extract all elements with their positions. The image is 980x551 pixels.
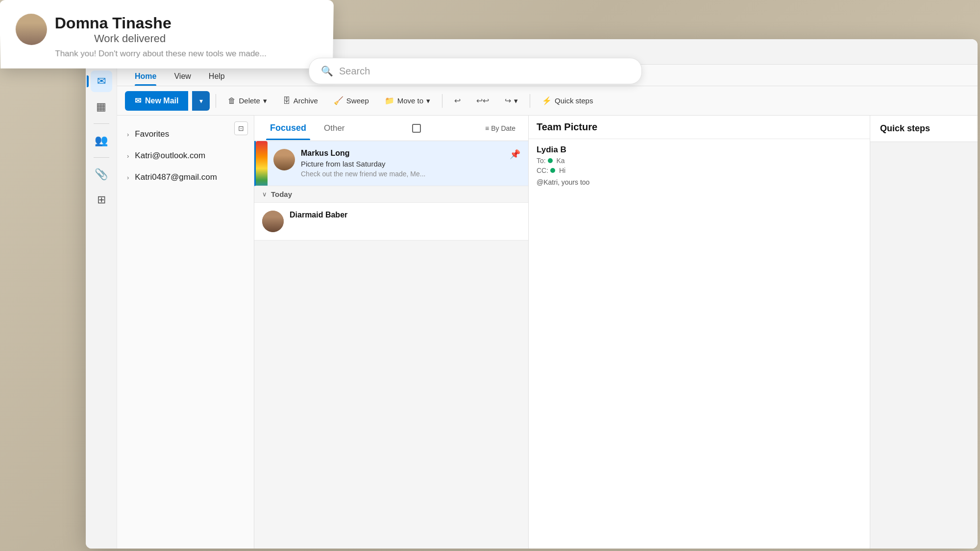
quick-steps-panel: Quick steps — [870, 116, 978, 549]
lydia-info: Lydia B To: Ka CC: Hi @Katri, yours t — [529, 139, 870, 194]
reply-icon: ↩ — [454, 96, 461, 105]
delete-dropdown-icon: ▾ — [263, 96, 267, 105]
forward-dropdown-icon: ▾ — [514, 96, 518, 105]
move-to-button[interactable]: 📁 Move to ▾ — [379, 92, 436, 110]
collapse-icon: ⊡ — [238, 124, 244, 132]
cc-name: Hi — [559, 167, 565, 174]
toolbar-separator-2 — [442, 94, 442, 108]
chevron-right-icon-2: › — [127, 152, 129, 160]
icon-sidebar: ✉ ▦ 👥 📎 ⊞ — [86, 65, 117, 549]
sort-icon: ≡ — [485, 124, 489, 132]
delete-button[interactable]: 🗑 Delete ▾ — [222, 92, 272, 110]
sidebar-divider — [94, 123, 109, 124]
reply-button[interactable]: ↩ — [448, 92, 466, 110]
chevron-right-icon: › — [127, 131, 129, 138]
quick-steps-button[interactable]: ⚡ Quick steps — [536, 92, 599, 110]
today-chevron-icon: ∨ — [262, 191, 267, 198]
reading-body: @Katri, yours too — [537, 178, 862, 186]
sweep-icon: 🧹 — [334, 96, 343, 105]
filter-select-button[interactable] — [407, 121, 426, 136]
archive-button[interactable]: 🗄 Archive — [277, 92, 324, 110]
cc-label: CC: — [537, 167, 548, 174]
toolbar: ✉ New Mail ▾ 🗑 Delete ▾ 🗄 Archive 🧹 — [117, 86, 978, 116]
reply-all-button[interactable]: ↩↩ — [470, 92, 495, 110]
panels: ⊡ › Favorites › Katri@outlook.com › Katr… — [117, 116, 978, 549]
sidebar-icon-calendar[interactable]: ▦ — [91, 96, 112, 118]
tab-focused[interactable]: Focused — [262, 116, 314, 140]
toolbar-separator-1 — [216, 94, 216, 108]
chevron-down-icon: ▾ — [199, 97, 203, 105]
sidebar-icon-mail[interactable]: ✉ — [91, 71, 112, 92]
floating-sender-name: Domna Tinashe — [55, 14, 172, 32]
folder-item-outlook[interactable]: › Katri@outlook.com — [117, 145, 254, 167]
reading-cc-line: CC: Hi — [537, 167, 862, 174]
lightning-icon: ⚡ — [542, 96, 552, 105]
folder-panel: ⊡ › Favorites › Katri@outlook.com › Katr… — [117, 116, 254, 549]
checkbox-icon — [412, 124, 421, 133]
menu-help[interactable]: Help — [201, 68, 233, 86]
email-content-markus: Markus Long Picture from last Saturday C… — [301, 149, 504, 178]
search-icon: 🔍 — [321, 65, 333, 77]
email-item-diarmaid[interactable]: Diarmaid Baber — [254, 203, 528, 240]
reply-all-icon: ↩↩ — [476, 96, 489, 105]
paperclip-icon: 📎 — [95, 168, 108, 181]
chevron-right-icon-3: › — [127, 174, 129, 181]
sort-by-date-button[interactable]: ≡ By Date — [480, 121, 520, 135]
move-dropdown-icon: ▾ — [426, 96, 430, 105]
trash-icon: 🗑 — [228, 96, 236, 105]
folder-item-gmail[interactable]: › Katri0487@gmail.com — [117, 167, 254, 188]
mail-tabs: Focused Other ≡ By Date — [254, 116, 528, 141]
email-item-markus[interactable]: Markus Long Picture from last Saturday C… — [254, 141, 528, 186]
outlook-window: O Outlook ✉ ▦ 👥 📎 ⊞ — [86, 39, 978, 549]
email-sender-markus: Markus Long — [301, 149, 504, 158]
mail-icon: ✉ — [97, 75, 106, 88]
floating-subject: Work delivered — [94, 32, 172, 45]
move-icon: 📁 — [385, 96, 394, 105]
new-mail-dropdown-button[interactable]: ▾ — [192, 91, 210, 111]
to-green-dot — [548, 158, 553, 163]
sidebar-icon-people[interactable]: 👥 — [91, 130, 112, 151]
menu-home[interactable]: Home — [127, 68, 164, 86]
search-bar[interactable]: 🔍 Search — [309, 58, 642, 84]
collapse-sidebar-button[interactable]: ⊡ — [234, 121, 248, 135]
people-icon: 👥 — [95, 134, 108, 147]
email-sender-diarmaid: Diarmaid Baber — [290, 211, 520, 219]
cc-green-dot — [550, 168, 555, 173]
today-label: Today — [271, 190, 292, 198]
today-divider[interactable]: ∨ Today — [254, 186, 528, 203]
reading-pane: Team Picture Lydia B To: Ka CC — [529, 116, 870, 549]
email-content-diarmaid: Diarmaid Baber — [290, 211, 520, 232]
folder-item-favorites[interactable]: › Favorites — [117, 123, 254, 145]
team-picture-header: Team Picture — [529, 116, 870, 139]
sidebar-icon-apps[interactable]: ⊞ — [91, 189, 112, 211]
toolbar-separator-3 — [530, 94, 530, 108]
to-name: Ka — [556, 157, 564, 165]
archive-icon: 🗄 — [283, 96, 291, 105]
quick-steps-title: Quick steps — [870, 116, 978, 142]
floating-body: Thank you! Don't worry about these new t… — [55, 49, 317, 59]
mail-list-panel: Focused Other ≡ By Date — [254, 116, 529, 549]
color-strip — [256, 141, 268, 186]
new-mail-button[interactable]: ✉ New Mail — [125, 91, 188, 111]
apps-icon: ⊞ — [97, 193, 106, 206]
email-avatar-markus — [273, 149, 295, 170]
content-area: Home View Help ✉ New Mail ▾ 🗑 Delete ▾ — [117, 65, 978, 549]
email-avatar-diarmaid — [262, 211, 284, 232]
sidebar-icon-notes[interactable]: 📎 — [91, 164, 112, 185]
reading-pane-title: Team Picture — [537, 121, 862, 133]
menu-view[interactable]: View — [166, 68, 198, 86]
pin-icon: 📌 — [510, 149, 520, 178]
email-preview-markus: Check out the new friend we made, Me... — [301, 170, 504, 178]
forward-button[interactable]: ↪ ▾ — [499, 92, 524, 110]
envelope-icon: ✉ — [135, 96, 141, 105]
sweep-button[interactable]: 🧹 Sweep — [328, 92, 375, 110]
sidebar-divider-2 — [94, 157, 109, 158]
reading-to-line: To: Ka — [537, 157, 862, 165]
floating-avatar — [15, 14, 47, 45]
calendar-icon: ▦ — [96, 100, 106, 113]
floating-email-card: Domna Tinashe Work delivered Thank you! … — [0, 0, 334, 69]
tab-other[interactable]: Other — [316, 117, 353, 140]
to-label: To: — [537, 157, 546, 165]
reading-sender-name: Lydia B — [537, 145, 566, 154]
search-placeholder: Search — [339, 66, 630, 77]
